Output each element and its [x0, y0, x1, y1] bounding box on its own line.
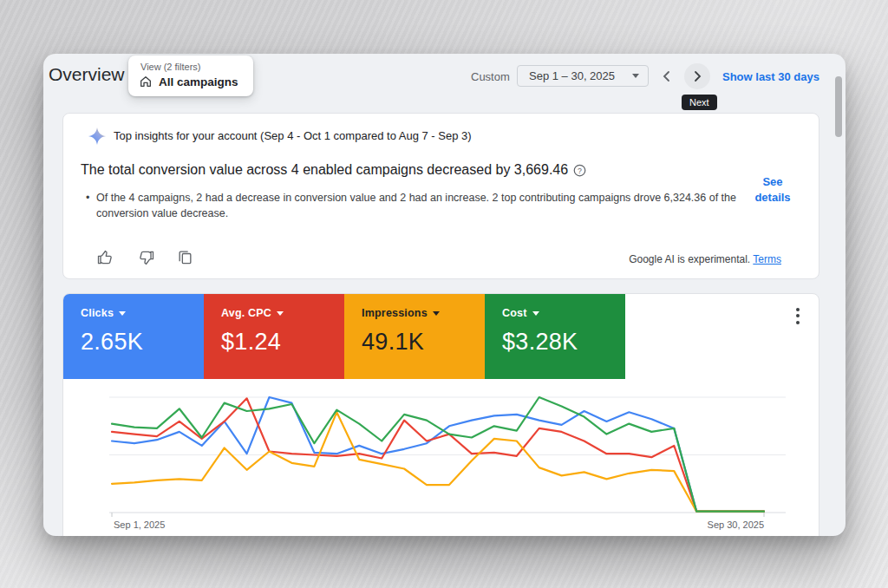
chevron-right-icon — [690, 69, 704, 83]
page-title: Overview — [49, 64, 125, 85]
previous-range-button[interactable] — [654, 63, 680, 89]
chart-line-cost — [112, 397, 764, 512]
chevron-down-icon — [632, 74, 639, 78]
scorecard-value: $3.28K — [502, 329, 625, 356]
vertical-scrollbar[interactable] — [835, 76, 842, 137]
thumbs-up-button[interactable] — [96, 249, 115, 268]
date-range-value: Sep 1 – 30, 2025 — [529, 69, 632, 82]
ai-disclaimer-text: Google AI is experimental. — [629, 253, 753, 265]
view-filters-chip[interactable]: View (2 filters) All campaigns — [128, 56, 253, 96]
scorecard-label: Impressions — [362, 307, 428, 319]
view-filters-value: All campaigns — [159, 75, 238, 88]
insights-headline-text: The total conversion value across 4 enab… — [81, 162, 568, 178]
chevron-left-icon — [660, 69, 674, 83]
thumbs-down-button[interactable] — [138, 249, 157, 268]
ai-disclaimer: Google AI is experimental. Terms — [629, 253, 781, 265]
app-window: Overview View (2 filters) All campaigns … — [43, 54, 846, 536]
scorecard-label: Cost — [502, 307, 527, 319]
next-tooltip: Next — [682, 95, 717, 110]
chevron-down-icon — [277, 311, 284, 316]
show-last-30-days-link[interactable]: Show last 30 days — [722, 70, 819, 83]
chart-options-menu[interactable] — [790, 305, 806, 326]
scorecard-avg-cpc[interactable]: Avg. CPC $1.24 — [204, 294, 344, 379]
insights-bullet: Of the 4 campaigns, 2 had a decrease in … — [86, 190, 755, 221]
scorecard-label: Avg. CPC — [221, 307, 271, 319]
scorecard-cost[interactable]: Cost $3.28K — [485, 294, 625, 379]
scorecard-value: 49.1K — [362, 329, 485, 356]
chevron-down-icon — [532, 311, 539, 316]
x-axis-end-label: Sep 30, 2025 — [708, 519, 764, 530]
insights-card: Top insights for your account (Sep 4 - O… — [62, 113, 819, 279]
metric-scorecards: Clicks 2.65K Avg. CPC $1.24 Impressions … — [63, 294, 625, 379]
svg-text:?: ? — [578, 166, 582, 174]
scorecard-value: 2.65K — [81, 329, 204, 356]
copy-icon[interactable] — [177, 249, 196, 268]
timeseries-chart — [63, 380, 819, 536]
chart-line-clicks — [112, 397, 764, 512]
performance-chart-card: Clicks 2.65K Avg. CPC $1.24 Impressions … — [62, 293, 819, 536]
scorecard-impressions[interactable]: Impressions 49.1K — [344, 294, 485, 379]
help-icon[interactable]: ? — [573, 164, 586, 177]
insights-headline: The total conversion value across 4 enab… — [81, 162, 586, 178]
insights-title: Top insights for your account (Sep 4 - O… — [114, 129, 472, 142]
date-mode-label: Custom — [471, 70, 510, 83]
scorecard-label: Clicks — [81, 307, 114, 319]
home-icon — [139, 75, 153, 88]
scorecard-value: $1.24 — [221, 329, 344, 356]
terms-link[interactable]: Terms — [753, 253, 781, 265]
gemini-sparkle-icon — [88, 127, 107, 149]
chevron-down-icon — [433, 311, 440, 316]
x-axis-start-label: Sep 1, 2025 — [114, 519, 165, 530]
scorecard-clicks[interactable]: Clicks 2.65K — [63, 294, 204, 379]
next-range-button[interactable] — [684, 63, 710, 89]
date-range-picker[interactable]: Sep 1 – 30, 2025 — [517, 65, 649, 87]
chevron-down-icon — [119, 311, 126, 316]
view-filters-label: View (2 filters) — [140, 62, 241, 72]
see-details-link[interactable]: See details — [747, 174, 799, 206]
